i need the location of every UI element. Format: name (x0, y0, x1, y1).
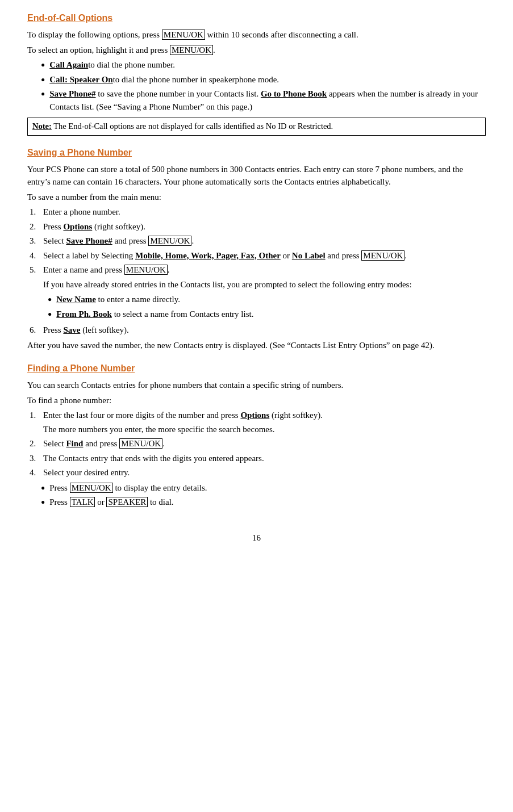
menu-ok-inline-1: MENU/OK (162, 30, 205, 40)
finding-section: Finding a Phone Number You can search Co… (27, 362, 486, 509)
saving-title: Saving a Phone Number (27, 146, 486, 160)
speaker-boxed: SPEAKER (106, 497, 148, 507)
talk-boxed: TALK (70, 497, 95, 507)
saving-section: Saving a Phone Number Your PCS Phone can… (27, 146, 486, 352)
step5-sub-bullets: New Name to enter a name directly. From … (43, 293, 486, 320)
menu-ok-step4: MENU/OK (361, 250, 404, 261)
list-item: 5. Enter a name and press MENU/OK. If yo… (27, 263, 486, 322)
saving-para1: Your PCS Phone can store a total of 500 … (27, 163, 486, 189)
menu-ok-step3: MENU/OK (148, 236, 191, 246)
menu-ok-find: MENU/OK (119, 438, 162, 449)
list-item: 4. Select a label by Selecting Mobile, H… (27, 249, 486, 262)
finding-para1: You can search Contacts entries for phon… (27, 379, 486, 392)
list-item: 6. Press Save (left softkey). (27, 324, 486, 337)
menu-ok-inline-2: MENU/OK (170, 45, 213, 55)
list-item: 1. Enter the last four or more digits of… (27, 409, 486, 436)
list-item: Press MENU/OK to display the entry detai… (41, 482, 486, 495)
menu-ok-display: MENU/OK (70, 483, 113, 493)
end-of-call-para1: To display the following options, press … (27, 28, 486, 41)
list-item: 3. Select Save Phone# and press MENU/OK. (27, 235, 486, 248)
page-number: 16 (27, 531, 486, 545)
list-item: Save Phone# to save the phone number in … (41, 87, 486, 113)
end-of-call-para2: To select an option, highlight it and pr… (27, 44, 486, 57)
list-item: 1. Enter a phone number. (27, 206, 486, 219)
saving-steps: 1. Enter a phone number. 2. Press Option… (27, 206, 486, 337)
list-item: 4. Select your desired entry. (27, 466, 486, 479)
saving-para2: To save a number from the main menu: (27, 191, 486, 204)
list-item: New Name to enter a name directly. (48, 293, 486, 306)
list-item: 3. The Contacts entry that ends with the… (27, 452, 486, 465)
list-item: Call: Speaker On to dial the phone numbe… (41, 73, 486, 86)
finding-steps: 1. Enter the last four or more digits of… (27, 409, 486, 479)
list-item: 2. Press Options (right softkey). (27, 220, 486, 233)
saving-after: After you have saved the number, the new… (27, 339, 486, 352)
finding-bullets: Press MENU/OK to display the entry detai… (27, 482, 486, 509)
end-of-call-title: End-of-Call Options (27, 11, 486, 25)
end-of-call-bullets: Call Again to dial the phone number. Cal… (27, 58, 486, 113)
end-of-call-section: End-of-Call Options To display the follo… (27, 11, 486, 136)
finding-title: Finding a Phone Number (27, 362, 486, 375)
list-item: 2. Select Find and press MENU/OK. (27, 437, 486, 450)
list-item: Press TALK or SPEAKER to dial. (41, 496, 486, 509)
menu-ok-step5: MENU/OK (124, 265, 168, 275)
finding-para2: To find a phone number: (27, 394, 486, 407)
list-item: From Ph. Book to select a name from Cont… (48, 308, 486, 321)
list-item: Call Again to dial the phone number. (41, 58, 486, 72)
note-box: Note: The End-of-Call options are not di… (27, 118, 486, 136)
